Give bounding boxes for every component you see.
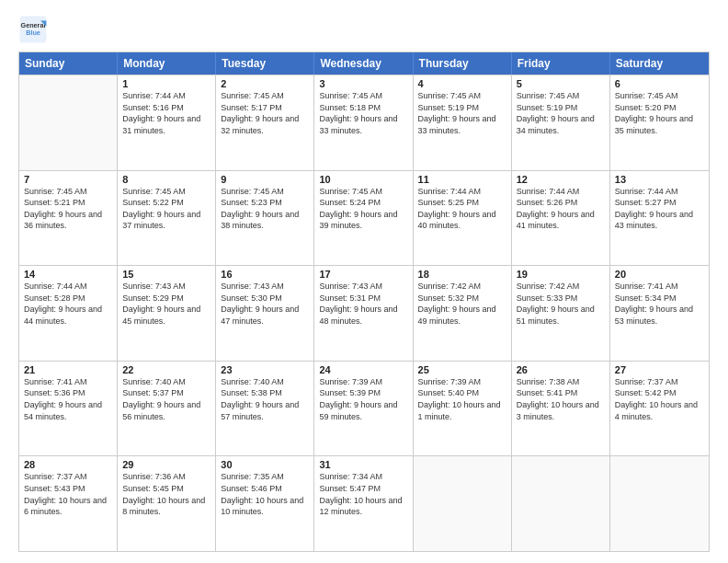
day-number: 22 [122,364,210,375]
day-info: Sunrise: 7:36 AMSunset: 5:45 PMDaylight:… [122,471,210,517]
day-info: Sunrise: 7:44 AMSunset: 5:26 PMDaylight:… [517,186,605,232]
day-info: Sunrise: 7:45 AMSunset: 5:19 PMDaylight:… [418,90,506,136]
logo: General Blue [18,15,48,44]
day-number: 28 [24,459,112,470]
day-number: 10 [319,174,407,185]
calendar-cell: 30Sunrise: 7:35 AMSunset: 5:46 PMDayligh… [216,456,314,551]
day-number: 23 [221,364,309,375]
day-info: Sunrise: 7:44 AMSunset: 5:27 PMDaylight:… [615,186,704,232]
day-number: 6 [615,78,704,89]
calendar-cell: 20Sunrise: 7:41 AMSunset: 5:34 PMDayligh… [610,266,709,361]
calendar-week-3: 14Sunrise: 7:44 AMSunset: 5:28 PMDayligh… [19,265,709,361]
logo-icon: General Blue [18,15,48,44]
calendar: SundayMondayTuesdayWednesdayThursdayFrid… [18,52,710,552]
calendar-header-row: SundayMondayTuesdayWednesdayThursdayFrid… [19,52,709,75]
calendar-cell: 22Sunrise: 7:40 AMSunset: 5:37 PMDayligh… [118,362,216,456]
day-number: 21 [24,364,112,375]
day-number: 13 [615,174,704,185]
day-info: Sunrise: 7:39 AMSunset: 5:39 PMDaylight:… [319,376,407,422]
day-number: 26 [517,364,605,375]
calendar-cell: 13Sunrise: 7:44 AMSunset: 5:27 PMDayligh… [610,171,709,266]
calendar-cell: 8Sunrise: 7:45 AMSunset: 5:22 PMDaylight… [118,171,216,266]
calendar-cell: 10Sunrise: 7:45 AMSunset: 5:24 PMDayligh… [314,171,413,266]
day-info: Sunrise: 7:38 AMSunset: 5:41 PMDaylight:… [517,376,605,422]
day-info: Sunrise: 7:44 AMSunset: 5:16 PMDaylight:… [122,90,210,136]
day-info: Sunrise: 7:45 AMSunset: 5:21 PMDaylight:… [24,186,112,232]
calendar-cell: 9Sunrise: 7:45 AMSunset: 5:23 PMDaylight… [216,171,314,266]
day-number: 8 [122,174,210,185]
day-info: Sunrise: 7:43 AMSunset: 5:31 PMDaylight:… [319,281,407,327]
day-number: 17 [319,269,407,280]
day-number: 30 [221,459,309,470]
calendar-cell: 1Sunrise: 7:44 AMSunset: 5:16 PMDaylight… [118,75,216,170]
calendar-cell [610,456,709,551]
calendar-cell [19,75,118,170]
calendar-cell: 31Sunrise: 7:34 AMSunset: 5:47 PMDayligh… [314,456,413,551]
day-info: Sunrise: 7:39 AMSunset: 5:40 PMDaylight:… [418,376,506,422]
day-number: 29 [122,459,210,470]
svg-text:Blue: Blue [26,29,40,37]
day-number: 20 [615,269,704,280]
day-number: 15 [122,269,210,280]
day-info: Sunrise: 7:44 AMSunset: 5:28 PMDaylight:… [24,281,112,327]
day-number: 7 [24,174,112,185]
day-info: Sunrise: 7:37 AMSunset: 5:43 PMDaylight:… [24,471,112,517]
day-info: Sunrise: 7:45 AMSunset: 5:20 PMDaylight:… [615,90,704,136]
day-info: Sunrise: 7:42 AMSunset: 5:33 PMDaylight:… [517,281,605,327]
calendar-cell: 23Sunrise: 7:40 AMSunset: 5:38 PMDayligh… [216,362,314,456]
calendar-cell: 28Sunrise: 7:37 AMSunset: 5:43 PMDayligh… [19,456,118,551]
calendar-cell: 17Sunrise: 7:43 AMSunset: 5:31 PMDayligh… [314,266,413,361]
day-number: 16 [221,269,309,280]
day-number: 5 [517,78,605,89]
calendar-cell: 29Sunrise: 7:36 AMSunset: 5:45 PMDayligh… [118,456,216,551]
calendar-cell: 26Sunrise: 7:38 AMSunset: 5:41 PMDayligh… [512,362,610,456]
day-info: Sunrise: 7:41 AMSunset: 5:34 PMDaylight:… [615,281,704,327]
calendar-cell: 24Sunrise: 7:39 AMSunset: 5:39 PMDayligh… [314,362,413,456]
day-info: Sunrise: 7:45 AMSunset: 5:17 PMDaylight:… [221,90,309,136]
header: General Blue [18,15,710,44]
calendar-week-1: 1Sunrise: 7:44 AMSunset: 5:16 PMDaylight… [19,75,709,170]
day-info: Sunrise: 7:45 AMSunset: 5:24 PMDaylight:… [319,186,407,232]
calendar-header-friday: Friday [512,52,610,75]
calendar-cell: 7Sunrise: 7:45 AMSunset: 5:21 PMDaylight… [19,171,118,266]
day-number: 14 [24,269,112,280]
calendar-header-thursday: Thursday [414,52,512,75]
calendar-cell [414,456,512,551]
day-info: Sunrise: 7:34 AMSunset: 5:47 PMDaylight:… [319,471,407,517]
calendar-cell: 15Sunrise: 7:43 AMSunset: 5:29 PMDayligh… [118,266,216,361]
day-info: Sunrise: 7:43 AMSunset: 5:29 PMDaylight:… [122,281,210,327]
day-info: Sunrise: 7:35 AMSunset: 5:46 PMDaylight:… [221,471,309,517]
day-info: Sunrise: 7:43 AMSunset: 5:30 PMDaylight:… [221,281,309,327]
calendar-header-monday: Monday [118,52,216,75]
day-info: Sunrise: 7:42 AMSunset: 5:32 PMDaylight:… [418,281,506,327]
day-number: 2 [221,78,309,89]
calendar-cell: 5Sunrise: 7:45 AMSunset: 5:19 PMDaylight… [512,75,610,170]
calendar-cell: 14Sunrise: 7:44 AMSunset: 5:28 PMDayligh… [19,266,118,361]
day-number: 1 [122,78,210,89]
day-number: 19 [517,269,605,280]
day-number: 12 [517,174,605,185]
day-info: Sunrise: 7:40 AMSunset: 5:37 PMDaylight:… [122,376,210,422]
day-number: 27 [615,364,704,375]
calendar-cell [512,456,610,551]
calendar-cell: 4Sunrise: 7:45 AMSunset: 5:19 PMDaylight… [414,75,512,170]
day-info: Sunrise: 7:45 AMSunset: 5:23 PMDaylight:… [221,186,309,232]
day-info: Sunrise: 7:41 AMSunset: 5:36 PMDaylight:… [24,376,112,422]
calendar-body: 1Sunrise: 7:44 AMSunset: 5:16 PMDaylight… [19,75,709,551]
calendar-cell: 11Sunrise: 7:44 AMSunset: 5:25 PMDayligh… [414,171,512,266]
calendar-week-2: 7Sunrise: 7:45 AMSunset: 5:21 PMDaylight… [19,170,709,266]
calendar-header-wednesday: Wednesday [314,52,413,75]
calendar-cell: 6Sunrise: 7:45 AMSunset: 5:20 PMDaylight… [610,75,709,170]
day-number: 24 [319,364,407,375]
day-info: Sunrise: 7:44 AMSunset: 5:25 PMDaylight:… [418,186,506,232]
calendar-week-4: 21Sunrise: 7:41 AMSunset: 5:36 PMDayligh… [19,361,709,456]
calendar-cell: 27Sunrise: 7:37 AMSunset: 5:42 PMDayligh… [610,362,709,456]
calendar-header-sunday: Sunday [19,52,118,75]
calendar-cell: 2Sunrise: 7:45 AMSunset: 5:17 PMDaylight… [216,75,314,170]
day-info: Sunrise: 7:37 AMSunset: 5:42 PMDaylight:… [615,376,704,422]
calendar-week-5: 28Sunrise: 7:37 AMSunset: 5:43 PMDayligh… [19,455,709,551]
day-info: Sunrise: 7:45 AMSunset: 5:22 PMDaylight:… [122,186,210,232]
day-info: Sunrise: 7:45 AMSunset: 5:18 PMDaylight:… [319,90,407,136]
calendar-header-tuesday: Tuesday [216,52,314,75]
day-info: Sunrise: 7:45 AMSunset: 5:19 PMDaylight:… [517,90,605,136]
